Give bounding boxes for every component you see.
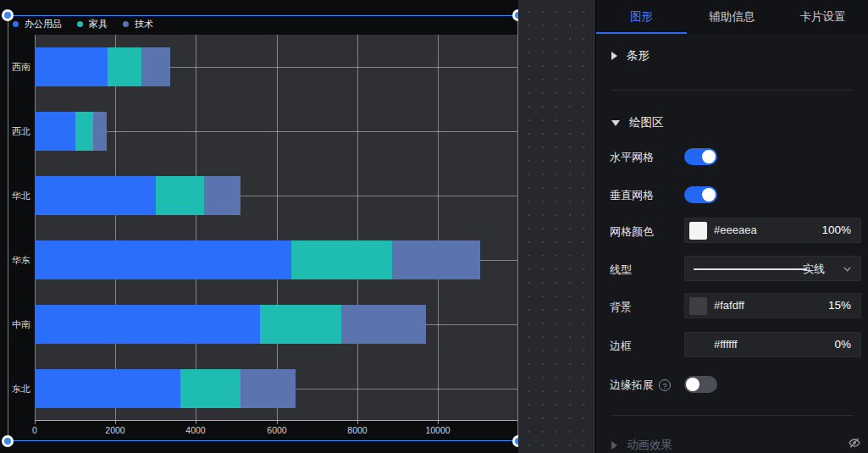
legend-label: 家具	[89, 18, 108, 30]
y-axis-label: 华北	[0, 190, 30, 202]
background-opacity: 15%	[828, 299, 851, 312]
bar-segment[interactable]	[260, 305, 340, 344]
bar-segment[interactable]	[35, 47, 108, 86]
x-axis-label: 10000	[425, 425, 450, 435]
axis-tick	[35, 421, 36, 424]
chevron-right-icon	[611, 52, 617, 60]
x-axis-label: 8000	[347, 425, 367, 435]
section-plot-area[interactable]: 绘图区	[611, 115, 664, 130]
panel-tabbar: 图形 辅助信息 卡片设置	[596, 0, 868, 34]
plot-area	[35, 35, 518, 421]
axis-tick	[196, 421, 196, 424]
x-axis-label: 6000	[267, 425, 286, 435]
border-opacity: 0%	[834, 338, 851, 351]
background-color-input[interactable]: #fafdff 15%	[684, 293, 861, 318]
grid-color-hex: #eeeaea	[714, 224, 757, 236]
bar-segment[interactable]	[108, 47, 141, 86]
help-icon[interactable]: ?	[659, 379, 671, 391]
bar-segment[interactable]	[35, 240, 291, 279]
bar-segment[interactable]	[141, 47, 170, 86]
x-axis-label: 0	[32, 425, 37, 435]
section-plot-area-label: 绘图区	[629, 115, 664, 130]
edge-expand-label: 边缘拓展 ?	[610, 378, 671, 393]
y-axis-label: 华东	[0, 254, 30, 267]
eye-off-icon[interactable]	[848, 436, 861, 450]
vertical-grid-label: 垂直网格	[610, 188, 654, 203]
color-swatch[interactable]	[689, 297, 707, 315]
axis-tick	[277, 421, 278, 424]
chevron-right-icon	[611, 441, 617, 450]
toggle-knob	[702, 150, 716, 163]
selection-handle-top-left[interactable]	[2, 9, 14, 21]
bar-segment[interactable]	[156, 176, 204, 215]
chevron-down-icon	[611, 120, 620, 126]
tab-card-settings[interactable]: 卡片设置	[777, 0, 868, 34]
background-label: 背景	[610, 300, 632, 315]
editor-canvas[interactable]	[518, 0, 595, 453]
bar-segment[interactable]	[240, 369, 296, 408]
axis-tick	[438, 421, 439, 424]
bar-segment[interactable]	[35, 112, 75, 151]
x-axis-label: 2000	[105, 425, 124, 435]
x-axis-label: 4000	[185, 425, 205, 435]
border-hex: #ffffff	[714, 338, 738, 351]
color-swatch[interactable]	[689, 222, 707, 240]
divider	[611, 90, 854, 91]
horizontal-grid-toggle[interactable]	[684, 148, 717, 165]
bar-segment[interactable]	[93, 112, 108, 151]
gridline-horizontal	[35, 131, 518, 132]
legend-dot-icon	[13, 21, 19, 27]
section-animation[interactable]: 动画效果	[611, 438, 672, 453]
gridline-vertical	[115, 35, 116, 420]
section-animation-label: 动画效果	[627, 438, 672, 453]
selection-handle-bottom-left[interactable]	[2, 435, 14, 447]
line-type-label: 线型	[610, 262, 632, 278]
bar-segment[interactable]	[341, 305, 426, 344]
background-hex: #fafdff	[714, 299, 744, 312]
edge-expand-toggle[interactable]	[684, 376, 717, 393]
axis-tick	[357, 421, 358, 424]
edge-expand-text: 边缘拓展	[610, 378, 654, 393]
horizontal-grid-label: 水平网格	[610, 150, 654, 165]
bar-segment[interactable]	[180, 369, 240, 408]
gridline-vertical	[35, 35, 36, 420]
chart-legend: 办公用品家具技术	[13, 17, 153, 30]
bar-segment[interactable]	[35, 369, 180, 408]
chevron-down-icon	[843, 264, 852, 273]
chart-card[interactable]: 办公用品家具技术 西南西北华北华东中南东北 020004000600080001…	[0, 0, 518, 453]
toggle-knob	[686, 378, 699, 391]
vertical-grid-toggle[interactable]	[684, 186, 717, 203]
border-color-input[interactable]: #ffffff 0%	[684, 332, 861, 357]
tab-graphics[interactable]: 图形	[596, 0, 687, 34]
gridline-vertical	[357, 35, 358, 420]
settings-panel: 图形 辅助信息 卡片设置 条形 绘图区 水平网格 垂直网格 网格颜色 #eeea…	[595, 0, 868, 453]
legend-dot-icon	[123, 21, 129, 27]
grid-color-label: 网格颜色	[610, 224, 654, 240]
toggle-knob	[702, 188, 716, 202]
line-type-select[interactable]: 实线	[684, 256, 861, 281]
axis-tick	[115, 421, 116, 424]
grid-color-input[interactable]: #eeeaea 100%	[684, 218, 861, 243]
y-axis-label: 西北	[0, 125, 30, 138]
tab-auxiliary[interactable]: 辅助信息	[687, 0, 777, 34]
solid-line-sample	[694, 268, 807, 270]
y-axis-label: 西南	[0, 61, 30, 74]
bar-segment[interactable]	[35, 176, 156, 215]
gridline-vertical	[438, 35, 439, 420]
legend-item[interactable]: 技术	[123, 18, 153, 30]
divider	[611, 415, 854, 416]
chart-editor: 办公用品家具技术 西南西北华北华东中南东北 020004000600080001…	[0, 0, 868, 453]
section-bar-label: 条形	[627, 48, 650, 64]
bar-segment[interactable]	[35, 305, 260, 344]
legend-label: 办公用品	[25, 18, 62, 30]
border-label: 边框	[610, 339, 632, 354]
bar-segment[interactable]	[204, 176, 240, 215]
bar-segment[interactable]	[291, 240, 392, 279]
legend-label: 技术	[135, 18, 153, 30]
legend-item[interactable]: 家具	[77, 18, 108, 30]
gridline-vertical	[277, 35, 278, 420]
bar-segment[interactable]	[392, 240, 480, 279]
legend-item[interactable]: 办公用品	[13, 18, 62, 30]
bar-segment[interactable]	[75, 112, 93, 151]
section-bar[interactable]: 条形	[611, 48, 650, 64]
